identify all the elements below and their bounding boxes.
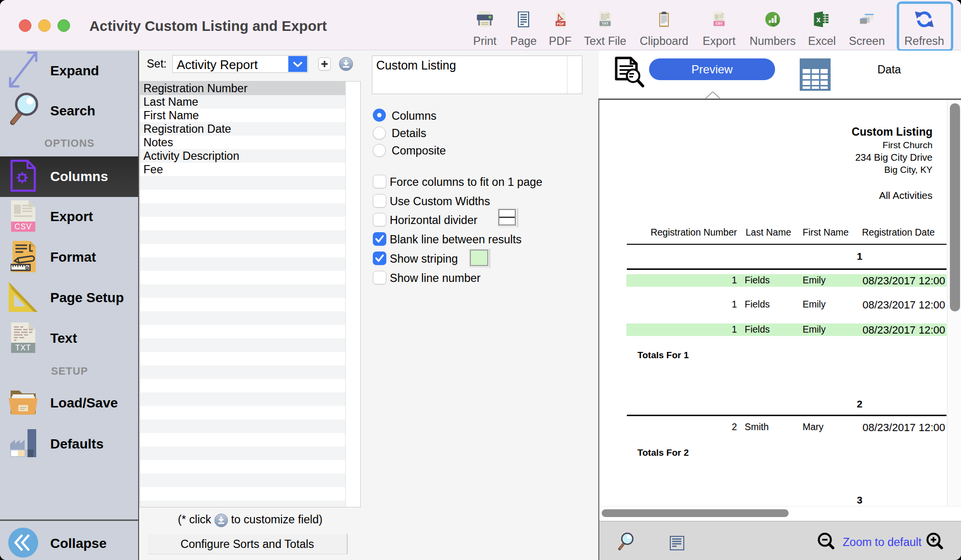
svg-text:TXT: TXT: [602, 21, 609, 26]
svg-text:x: x: [816, 15, 820, 24]
svg-text:CSV: CSV: [716, 22, 723, 26]
svg-text:CSV: CSV: [14, 223, 32, 231]
svg-text:PDF: PDF: [557, 22, 565, 26]
svg-text:TXT: TXT: [15, 344, 31, 352]
